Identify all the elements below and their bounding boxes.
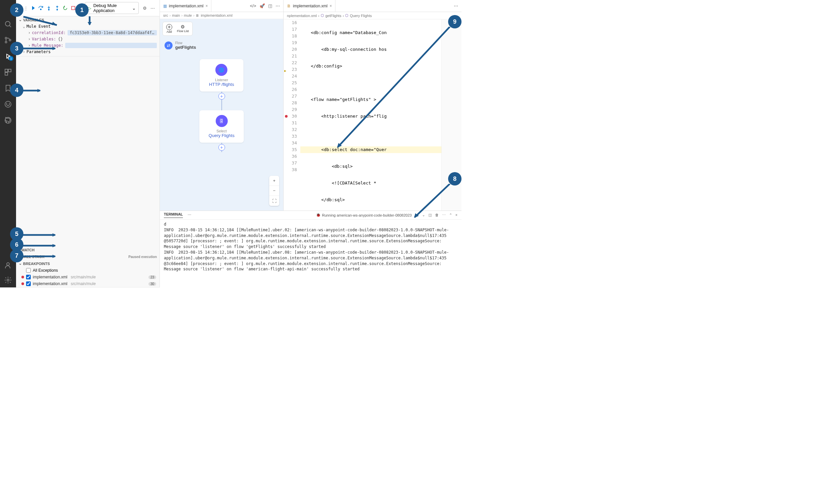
breakpoint-checkbox[interactable] [26, 281, 31, 286]
correlation-id-row[interactable]: ›correlationId:fc3153e0-3bb3-11ee-8a8d-1… [16, 29, 160, 36]
zoom-in-button[interactable]: + [269, 176, 279, 186]
close-icon[interactable]: × [329, 4, 332, 8]
callout-7: 7 [10, 249, 23, 262]
callout-4: 4 [10, 84, 23, 97]
svg-point-33 [48, 9, 49, 10]
svg-rect-26 [8, 69, 11, 72]
svg-line-14 [415, 184, 450, 217]
svg-marker-1 [52, 22, 57, 25]
variables-row[interactable]: ›Variables:{} [16, 36, 160, 42]
svg-point-30 [7, 263, 9, 265]
svg-marker-13 [53, 255, 56, 258]
terminal-panel: TERMINAL ⋯ 🐞Running american-ws-anypoint… [160, 211, 461, 287]
file-icon: 🗎 [196, 13, 199, 17]
breakpoint-row[interactable]: implementation.xml src/main/mule 23 [16, 274, 160, 280]
terminal-tab[interactable]: TERMINAL [164, 212, 183, 218]
step-out-button[interactable] [54, 4, 61, 12]
flow-header[interactable]: ⇄ FlowgetFlights [160, 38, 283, 52]
svg-point-34 [57, 9, 58, 10]
terminal-output[interactable]: d INFO 2023-08-15 14:36:12,184 [[MuleRun… [160, 220, 461, 287]
breakpoint-row[interactable]: implementation.xml src/main/mule 30 [16, 280, 160, 287]
file-icon: ▦ [163, 4, 167, 8]
source-control-icon[interactable] [4, 36, 12, 44]
github-icon[interactable] [4, 116, 12, 124]
continue-button[interactable] [29, 4, 36, 12]
code-tabs: 🗎 implementation.xml × ⋯ [284, 0, 461, 12]
svg-marker-11 [53, 244, 56, 247]
callout-3: 3 [10, 42, 23, 55]
canvas-pane: ▦ implementation.xml × </> 🚀 ◫ ⋯ src› ma… [160, 0, 284, 211]
add-connector-button[interactable]: + [218, 144, 225, 151]
svg-rect-35 [72, 6, 75, 10]
tab-implementation-canvas[interactable]: ▦ implementation.xml × [160, 0, 211, 12]
svg-point-31 [7, 279, 9, 281]
callout-1: 1 [75, 3, 89, 17]
line-gutter[interactable]: 16171819 202122 ▶23 24252627 2829 30 313… [284, 19, 300, 211]
debug-config-label: Debug Mule Application [93, 3, 130, 13]
more-icon[interactable]: ⋯ [454, 3, 458, 8]
debug-badge: 1 [9, 56, 13, 61]
add-component-button[interactable]: +Add [166, 24, 172, 33]
account-icon[interactable] [4, 261, 12, 269]
database-icon: 🗄 [216, 115, 228, 127]
svg-point-21 [5, 41, 7, 43]
bug-icon: 🐞 [316, 213, 321, 217]
callout-9: 9 [448, 15, 461, 28]
watch-section-header[interactable]: ›WATCH [16, 247, 160, 253]
more-icon[interactable]: ⋯ [188, 213, 191, 217]
search-icon[interactable] [4, 20, 12, 28]
zoom-out-button[interactable]: − [269, 186, 279, 196]
listener-node[interactable]: 🌐 Listener HTTP /flights [200, 59, 243, 92]
close-icon[interactable]: × [205, 4, 208, 8]
flow-list-button[interactable]: ⚙Flow List [177, 24, 189, 33]
svg-marker-9 [53, 233, 56, 237]
terminal-status: 🐞Running american-ws-anypoint-code-build… [316, 213, 412, 217]
svg-marker-3 [88, 22, 92, 25]
extensions-icon[interactable] [4, 68, 12, 76]
code-breadcrumb[interactable]: nplementation.xml› ⬡getFlights› ⬡Query F… [284, 12, 461, 19]
svg-point-22 [9, 39, 11, 41]
svg-marker-7 [37, 89, 41, 92]
callout-8: 8 [448, 172, 461, 185]
breakpoints-section-header[interactable]: ⌄BREAKPOINTS [16, 260, 160, 267]
settings-icon[interactable] [4, 276, 12, 284]
breakpoint-line-badge: 30 [148, 282, 156, 286]
zoom-controls: + − ⛶ [269, 176, 279, 206]
add-connector-button[interactable]: + [218, 93, 225, 100]
svg-rect-25 [5, 69, 8, 72]
svg-rect-27 [5, 73, 8, 75]
svg-marker-5 [53, 47, 56, 50]
restart-button[interactable] [62, 4, 69, 12]
close-panel-icon[interactable]: × [455, 213, 457, 217]
flow-canvas[interactable]: +Add ⚙Flow List ⇄ FlowgetFlights 🌐 Liste… [160, 19, 283, 211]
flow-icon: ⇄ [165, 41, 173, 49]
callout-2: 2 [10, 3, 23, 17]
svg-point-20 [5, 37, 7, 39]
breakpoint-line-badge: 23 [148, 275, 156, 279]
tab-implementation-code[interactable]: 🗎 implementation.xml × [284, 0, 335, 12]
svg-line-16 [338, 27, 450, 147]
more-icon[interactable]: ⋯ [276, 3, 280, 8]
step-over-button[interactable] [37, 4, 44, 12]
breakpoint-checkbox[interactable] [26, 275, 31, 279]
split-icon[interactable]: ◫ [268, 3, 272, 8]
select-node[interactable]: 🗄 Select Query Flights [199, 110, 244, 143]
breakpoint-dot-icon[interactable] [285, 115, 288, 118]
debug-icon[interactable]: 1 [4, 52, 12, 60]
canvas-breadcrumb[interactable]: src› main› mule› 🗎 implementation.xml [160, 12, 283, 19]
file-icon: 🗎 [287, 4, 291, 8]
debug-config-dropdown[interactable]: ▷ Debug Mule Application ⌄ [85, 2, 139, 14]
globe-icon: 🌐 [215, 64, 227, 76]
rocket-icon[interactable]: 🚀 [260, 3, 265, 8]
all-exceptions-checkbox[interactable] [26, 268, 31, 273]
mulesoft-icon[interactable] [4, 100, 12, 108]
step-into-button[interactable] [45, 4, 52, 12]
gear-icon[interactable]: ⚙ [141, 4, 148, 12]
code-view-icon[interactable]: </> [250, 3, 256, 8]
svg-point-18 [5, 21, 10, 26]
fit-screen-button[interactable]: ⛶ [269, 196, 279, 206]
all-exceptions-row[interactable]: All Exceptions [16, 267, 160, 274]
svg-point-32 [40, 9, 41, 10]
more-icon[interactable]: ⋯ [149, 4, 156, 12]
breakpoint-dot-icon [21, 276, 24, 278]
